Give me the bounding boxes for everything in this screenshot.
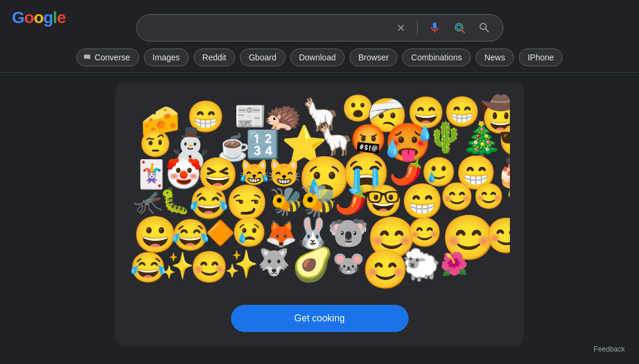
emoji-item: ✨ <box>162 253 194 279</box>
emoji-item: 🥑 <box>292 248 333 281</box>
emoji-item: 😊 <box>440 183 474 210</box>
emoji-item: 🌺 <box>440 253 468 275</box>
chip-download[interactable]: Download <box>290 49 345 66</box>
search-input[interactable]: emoji kitchen <box>146 22 393 33</box>
search-bar[interactable]: emoji kitchen <box>136 14 503 41</box>
emoji-item: 🐑 <box>402 249 441 280</box>
divider-vertical <box>417 21 418 35</box>
emoji-item: 😊 <box>190 252 229 282</box>
chip-browser[interactable]: Browser <box>349 49 397 66</box>
search-chips: Converse Images Reddit Gboard Download B… <box>76 49 563 66</box>
chip-reddit[interactable]: Reddit <box>194 49 235 66</box>
emoji-item: 🦟 <box>133 190 163 214</box>
emoji-item: 🌶️ <box>389 157 423 184</box>
emoji-item: 😊 <box>407 218 442 247</box>
emoji-item: 🐰 <box>294 218 331 248</box>
emoji-kitchen-card: 🧀😁📰🦔🦙😮🤕😄😁🤠🤨⛄☕🔢⭐🦙🤬🥵🌵🎄😎🤕🃏🤡😆😹😸😢😭🌶️🥲😁🎂🌙🦟🐛😂😏🐝… <box>115 82 524 346</box>
emoji-item: 😊 <box>473 184 504 209</box>
svg-line-2 <box>462 30 464 33</box>
emoji-item: 📰 <box>234 103 266 129</box>
emoji-item: 😹 <box>239 160 269 185</box>
emoji-item: 🤬 <box>350 125 387 154</box>
chip-converse[interactable]: Converse <box>76 49 139 66</box>
chip-iphone[interactable]: IPhone <box>519 49 563 66</box>
emoji-grid: 🧀😁📰🦔🦙😮🤕😄😁🤠🤨⛄☕🔢⭐🦙🤬🥵🌵🎄😎🤕🃏🤡😆😹😸😢😭🌶️🥲😁🎂🌙🦟🐛😂😏🐝… <box>130 94 510 295</box>
voice-search-button[interactable] <box>426 19 444 37</box>
emoji-item: 🐝 <box>269 188 303 215</box>
google-logo: Google <box>12 8 65 27</box>
emoji-item: 🦙 <box>317 125 354 154</box>
emoji-item: 🐨 <box>327 216 369 249</box>
emoji-item: 😁 <box>401 184 444 218</box>
emoji-item: 🤓 <box>364 185 403 216</box>
emoji-item: 😂 <box>130 253 166 282</box>
chip-combinations[interactable]: Combinations <box>402 49 471 66</box>
emoji-item: 😂 <box>171 220 210 250</box>
emoji-item: 🃏 <box>134 160 168 188</box>
emoji-item: 🍓 <box>505 183 510 207</box>
emoji-item: 🌶️ <box>335 188 367 214</box>
emoji-item: 🎄 <box>460 123 503 157</box>
feedback-link[interactable]: Feedback <box>593 345 625 353</box>
emoji-item: ✨ <box>224 250 258 278</box>
emoji-item: 🐺 <box>258 249 290 275</box>
emoji-item: 😸 <box>267 159 301 186</box>
header-divider <box>0 72 639 73</box>
lens-button[interactable] <box>451 19 468 37</box>
emoji-item: 😢 <box>232 218 267 247</box>
emoji-item: 😂 <box>189 186 229 218</box>
chip-gboard[interactable]: Gboard <box>240 49 285 66</box>
emoji-item: 🦊 <box>265 221 297 247</box>
main-content: 🧀😁📰🦔🦙😮🤕😄😁🤠🤨⛄☕🔢⭐🦙🤬🥵🌵🎄😎🤕🃏🤡😆😹😸😢😭🌶️🥲😁🎂🌙🦟🐛😂😏🐝… <box>0 82 639 346</box>
search-button[interactable] <box>476 19 493 37</box>
svg-point-1 <box>457 25 461 29</box>
emoji-item: 🐝 <box>299 185 338 216</box>
emoji-item: 😏 <box>226 185 268 220</box>
emoji-item: 😊 <box>485 218 510 253</box>
emoji-item: 🐛 <box>159 189 190 214</box>
emoji-item: 🔶 <box>205 221 235 244</box>
emoji-item: 🔢 <box>246 131 280 158</box>
header: emoji kitchen <box>0 0 639 66</box>
emoji-item: 😎 <box>498 124 510 156</box>
clear-button[interactable] <box>393 20 409 36</box>
emoji-item: 🐭 <box>332 250 365 276</box>
chip-news[interactable]: News <box>476 49 514 66</box>
emoji-item: 🌵 <box>427 123 464 152</box>
chip-images[interactable]: Images <box>144 49 189 66</box>
get-cooking-button[interactable]: Get cooking <box>231 305 409 332</box>
